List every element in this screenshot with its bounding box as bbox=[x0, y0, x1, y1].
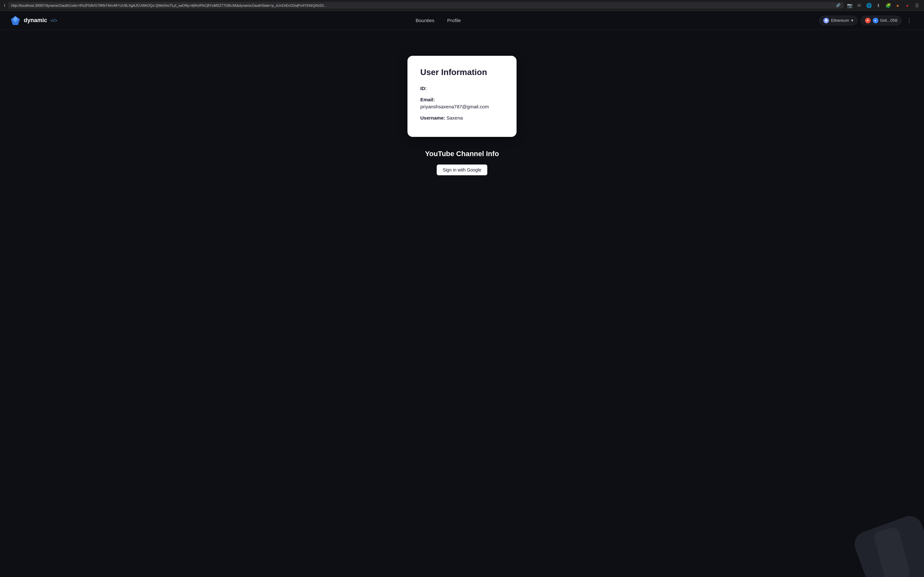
wallet-area: Ethereum ▾ P ● 0x6...058 ⋮ bbox=[819, 16, 914, 25]
decoration-shape-small bbox=[873, 526, 911, 577]
logo-text: dynamic bbox=[24, 17, 47, 24]
mail-icon[interactable]: ✉ bbox=[856, 2, 863, 9]
browser-bar: ℹ http://localhost:3000/?dynamicOauthCod… bbox=[0, 0, 924, 11]
email-value: priyanshsaxena787@gmail.com bbox=[420, 104, 489, 109]
screenshot-icon[interactable]: 📷 bbox=[846, 2, 853, 9]
ethereum-selector[interactable]: Ethereum ▾ bbox=[819, 16, 857, 25]
menu-icon[interactable]: ☰ bbox=[914, 2, 920, 9]
wallet-avatar-red: P bbox=[865, 18, 871, 23]
email-label: Email: bbox=[420, 97, 435, 102]
url-text: http://localhost:3000/?dynamicOauthCode=… bbox=[11, 3, 326, 7]
download-icon[interactable]: ⬇ bbox=[875, 2, 882, 9]
decoration-shape-large bbox=[851, 512, 924, 577]
sign-in-google-button[interactable]: Sign in with Google bbox=[437, 164, 488, 175]
nav-profile[interactable]: Profile bbox=[447, 18, 461, 23]
user-info-card: User Information ID: Email: priyanshsaxe… bbox=[407, 56, 517, 137]
main-content: User Information ID: Email: priyanshsaxe… bbox=[0, 30, 924, 577]
browser-actions: 📷 ✉ 🌐 ⬇ 🧩 ● ● ☰ bbox=[846, 2, 920, 9]
username-value: Saxena bbox=[447, 115, 463, 121]
wallet-address: 0x6...058 bbox=[880, 18, 898, 23]
email-field: Email: priyanshsaxena787@gmail.com bbox=[420, 96, 504, 111]
youtube-title: YouTube Channel Info bbox=[425, 150, 499, 158]
wallet-avatar-blue: ● bbox=[873, 18, 879, 23]
extensions-icon[interactable]: 🧩 bbox=[885, 2, 891, 9]
logo-code: </> bbox=[50, 18, 57, 23]
info-icon: ℹ bbox=[4, 3, 5, 8]
avatar-orange-icon[interactable]: ● bbox=[895, 2, 901, 9]
ethereum-icon bbox=[823, 18, 829, 23]
avatar-red-icon[interactable]: ● bbox=[904, 2, 911, 9]
link-icon: 🔗 bbox=[836, 3, 841, 7]
logo-icon bbox=[10, 15, 21, 26]
id-label: ID: bbox=[420, 85, 427, 91]
globe-icon[interactable]: 🌐 bbox=[866, 2, 872, 9]
chevron-down-icon: ▾ bbox=[851, 18, 853, 23]
nav-bounties[interactable]: Bounties bbox=[415, 18, 434, 23]
more-options-button[interactable]: ⋮ bbox=[905, 16, 914, 25]
youtube-section: YouTube Channel Info Sign in with Google bbox=[425, 150, 499, 175]
bottom-decoration bbox=[834, 500, 924, 577]
nav-links: Bounties Profile bbox=[415, 18, 461, 23]
ethereum-label: Ethereum bbox=[831, 18, 849, 23]
logo-area: dynamic </> bbox=[10, 15, 57, 26]
wallet-button[interactable]: P ● 0x6...058 bbox=[861, 16, 902, 25]
card-title: User Information bbox=[420, 67, 504, 77]
navbar: dynamic </> Bounties Profile Ethereum ▾ … bbox=[0, 11, 924, 30]
url-bar[interactable]: http://localhost:3000/?dynamicOauthCode=… bbox=[8, 2, 844, 9]
username-field: Username: Saxena bbox=[420, 114, 504, 122]
id-field: ID: bbox=[420, 85, 504, 92]
username-label: Username: bbox=[420, 115, 445, 121]
